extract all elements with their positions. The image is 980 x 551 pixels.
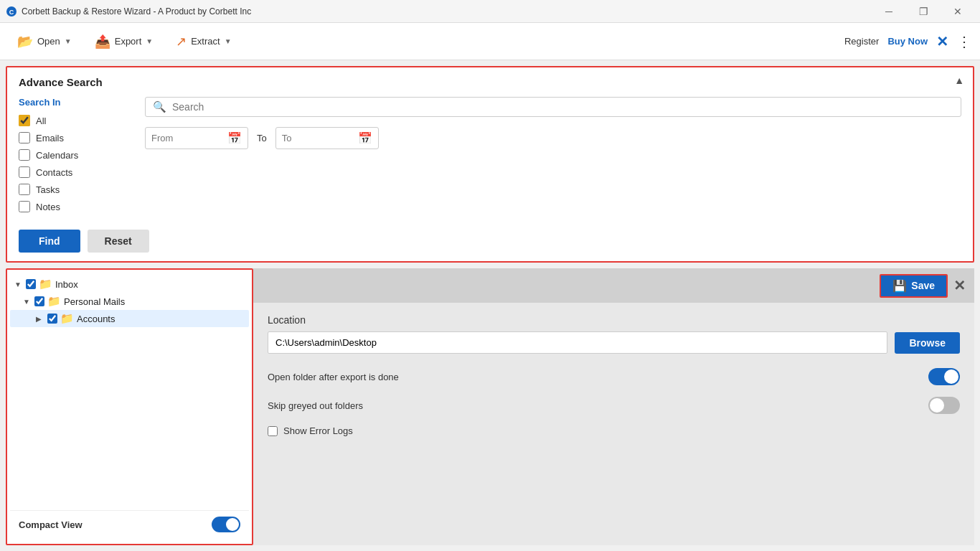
extract-button[interactable]: ↗ Extract ▼ bbox=[167, 29, 240, 54]
tree-item-accounts[interactable]: ▶ 📁 Accounts bbox=[10, 310, 249, 327]
show-error-row: Show Error Logs bbox=[268, 425, 960, 436]
open-button[interactable]: 📂 Open ▼ bbox=[9, 29, 80, 54]
inbox-folder-icon: 📁 bbox=[39, 278, 52, 291]
skip-greyed-toggle[interactable] bbox=[928, 397, 960, 414]
personal-mails-label: Personal Mails bbox=[64, 296, 125, 307]
checkbox-emails[interactable]: Emails bbox=[19, 132, 133, 143]
svg-text:C: C bbox=[9, 9, 14, 16]
checkbox-all-input[interactable] bbox=[19, 115, 30, 126]
tree-item-inbox[interactable]: ▼ 📁 Inbox bbox=[10, 276, 249, 293]
show-error-checkbox[interactable] bbox=[268, 426, 278, 436]
open-folder-toggle-knob bbox=[944, 369, 958, 384]
search-in-panel: Search In All Emails Calendars Contacts bbox=[19, 97, 133, 218]
export-button[interactable]: 📤 Export ▼ bbox=[86, 29, 161, 54]
toolbar-menu-button[interactable]: ⋮ bbox=[957, 33, 971, 50]
window-controls: ─ ❐ ✕ bbox=[872, 0, 974, 23]
panel-collapse-button[interactable]: ▲ bbox=[954, 75, 964, 86]
inbox-checkbox[interactable] bbox=[26, 279, 36, 289]
from-date-field: 📅 bbox=[145, 127, 248, 149]
checkbox-tasks-input[interactable] bbox=[19, 184, 30, 195]
minimize-button[interactable]: ─ bbox=[872, 0, 905, 23]
location-row: Browse bbox=[268, 331, 960, 354]
from-date-input[interactable] bbox=[151, 133, 223, 143]
skip-greyed-row: Skip greyed out folders bbox=[268, 397, 960, 414]
to-date-field: 📅 bbox=[275, 127, 379, 149]
tree-item-personal-mails[interactable]: ▼ 📁 Personal Mails bbox=[10, 293, 249, 310]
checkbox-all-label: All bbox=[36, 116, 46, 126]
export-icon: 📤 bbox=[95, 34, 110, 50]
extract-label: Extract bbox=[191, 36, 220, 47]
accounts-checkbox[interactable] bbox=[47, 314, 57, 324]
personal-mails-folder-icon: 📁 bbox=[47, 295, 61, 308]
skip-greyed-toggle-knob bbox=[930, 398, 944, 413]
search-in-label: Search In bbox=[19, 97, 133, 108]
search-body: Search In All Emails Calendars Contacts bbox=[19, 97, 961, 218]
panel-title: Advance Search bbox=[19, 76, 961, 88]
browse-button[interactable]: Browse bbox=[895, 332, 960, 354]
checkbox-contacts[interactable]: Contacts bbox=[19, 166, 133, 178]
open-label: Open bbox=[37, 36, 60, 47]
inbox-label: Inbox bbox=[55, 279, 78, 290]
right-panel-body: Location Browse Open folder after export… bbox=[253, 303, 974, 545]
show-error-label: Show Error Logs bbox=[283, 425, 353, 436]
checkbox-calendars-input[interactable] bbox=[19, 149, 30, 161]
find-button[interactable]: Find bbox=[19, 230, 80, 253]
checkbox-contacts-input[interactable] bbox=[19, 166, 30, 178]
search-input[interactable] bbox=[172, 101, 953, 113]
search-right: 🔍 📅 To 📅 bbox=[145, 97, 961, 218]
accounts-folder-icon: 📁 bbox=[60, 312, 74, 325]
compact-view-knob bbox=[226, 518, 239, 531]
buynow-button[interactable]: Buy Now bbox=[887, 36, 928, 47]
advance-search-panel: Advance Search ▲ Search In All Emails Ca… bbox=[6, 66, 974, 263]
checkbox-notes-input[interactable] bbox=[19, 201, 30, 212]
checkbox-tasks[interactable]: Tasks bbox=[19, 184, 133, 195]
search-input-wrapper: 🔍 bbox=[145, 97, 961, 117]
open-folder-label: Open folder after export is done bbox=[268, 372, 928, 382]
main-content: Advance Search ▲ Search In All Emails Ca… bbox=[0, 60, 980, 551]
save-label: Save bbox=[911, 280, 935, 291]
checkbox-notes-label: Notes bbox=[36, 202, 60, 212]
toolbar: 📂 Open ▼ 📤 Export ▼ ↗ Extract ▼ Register… bbox=[0, 23, 980, 60]
inbox-arrow-icon[interactable]: ▼ bbox=[14, 281, 23, 288]
skip-greyed-label: Skip greyed out folders bbox=[268, 400, 928, 411]
maximize-button[interactable]: ❐ bbox=[907, 0, 940, 23]
compact-view-bar: Compact View bbox=[10, 510, 249, 538]
right-panel: 💾 Save ✕ Location Browse Open folder aft… bbox=[253, 268, 974, 545]
close-window-button[interactable]: ✕ bbox=[941, 0, 974, 23]
accounts-arrow-icon[interactable]: ▶ bbox=[36, 315, 44, 323]
to-calendar-icon[interactable]: 📅 bbox=[358, 131, 372, 145]
personal-mails-checkbox[interactable] bbox=[34, 296, 44, 306]
checkbox-calendars[interactable]: Calendars bbox=[19, 149, 133, 161]
checkbox-all[interactable]: All bbox=[19, 115, 133, 126]
bottom-section: ▼ 📁 Inbox ▼ 📁 Personal Mails ▶ 📁 bbox=[6, 268, 974, 545]
accounts-label: Accounts bbox=[77, 314, 115, 324]
location-input[interactable] bbox=[268, 331, 887, 354]
location-label: Location bbox=[268, 314, 960, 326]
titlebar: C Corbett Backup & Restore Wizard - A Pr… bbox=[0, 0, 980, 23]
extract-icon: ↗ bbox=[176, 34, 187, 50]
register-button[interactable]: Register bbox=[844, 36, 879, 47]
reset-button[interactable]: Reset bbox=[88, 230, 149, 253]
compact-view-label: Compact View bbox=[19, 519, 212, 530]
compact-view-toggle[interactable] bbox=[212, 517, 240, 532]
save-icon: 💾 bbox=[892, 279, 907, 293]
checkbox-calendars-label: Calendars bbox=[36, 150, 78, 161]
right-close-button[interactable]: ✕ bbox=[953, 277, 966, 294]
folder-tree-panel: ▼ 📁 Inbox ▼ 📁 Personal Mails ▶ 📁 bbox=[6, 268, 253, 545]
toolbar-close-button[interactable]: ✕ bbox=[936, 33, 948, 50]
checkbox-emails-label: Emails bbox=[36, 133, 64, 143]
personal-mails-arrow-icon[interactable]: ▼ bbox=[23, 298, 32, 306]
export-chevron-icon: ▼ bbox=[146, 37, 153, 45]
from-calendar-icon[interactable]: 📅 bbox=[227, 131, 242, 145]
to-date-input[interactable] bbox=[282, 133, 354, 143]
date-to-separator: To bbox=[257, 133, 267, 143]
save-button[interactable]: 💾 Save bbox=[880, 274, 948, 298]
checkbox-notes[interactable]: Notes bbox=[19, 201, 133, 212]
checkbox-emails-input[interactable] bbox=[19, 132, 30, 143]
open-folder-row: Open folder after export is done bbox=[268, 368, 960, 385]
open-folder-toggle[interactable] bbox=[928, 368, 960, 385]
checkbox-tasks-label: Tasks bbox=[36, 184, 60, 195]
checkbox-contacts-label: Contacts bbox=[36, 167, 72, 178]
toolbar-right: Register Buy Now ✕ ⋮ bbox=[844, 33, 971, 50]
search-icon: 🔍 bbox=[153, 100, 166, 113]
